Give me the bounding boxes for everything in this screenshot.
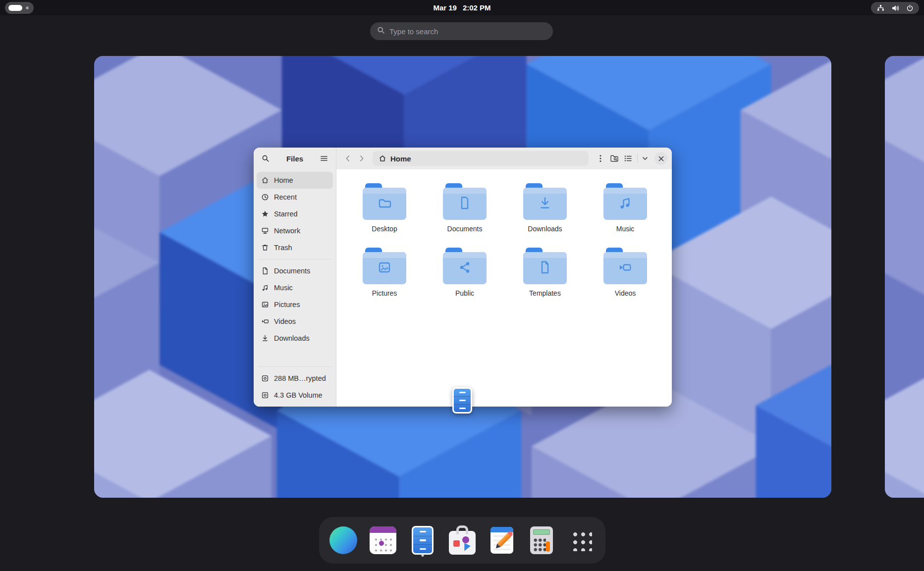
folder-item-videos[interactable]: Videos [588, 248, 662, 298]
workspace-active-pill[interactable] [8, 5, 22, 11]
trash-icon [261, 244, 269, 252]
folder-item-desktop[interactable]: Desktop [347, 183, 422, 234]
folder-label: Downloads [528, 225, 562, 233]
drive-icon [261, 391, 269, 399]
folder-label: Desktop [372, 225, 397, 233]
more-options-button[interactable] [594, 152, 607, 165]
sidebar-label: Recent [274, 193, 297, 201]
app-grid-icon[interactable] [565, 522, 598, 558]
sidebar-separator [258, 259, 332, 260]
files-icon[interactable] [406, 522, 439, 558]
view-options-chevron[interactable] [640, 152, 651, 165]
sidebar-item-documents[interactable]: Documents [257, 262, 333, 279]
clock[interactable]: Mar 19 2:02 PM [433, 0, 490, 15]
share-emblem [457, 260, 473, 274]
folder-label: Videos [615, 289, 636, 297]
window-title: Files [272, 155, 317, 163]
sidebar-item-recent[interactable]: Recent [257, 189, 333, 206]
files-app-badge[interactable] [452, 387, 472, 414]
path-location: Home [390, 155, 411, 163]
document-emblem [457, 196, 473, 210]
overview-search[interactable] [370, 22, 553, 40]
menu-icon[interactable] [317, 152, 331, 165]
sidebar-item-network[interactable]: Network [257, 222, 333, 239]
home-icon [379, 155, 386, 162]
folder-label: Pictures [372, 289, 397, 297]
list-view-icon[interactable] [621, 152, 635, 165]
sidebar-label: Trash [274, 244, 292, 252]
folder-search-icon[interactable] [607, 152, 621, 165]
forward-button[interactable] [355, 152, 369, 165]
sidebar-item-music[interactable]: Music [257, 279, 333, 296]
sidebar-item-volume[interactable]: 4.3 GB Volume [257, 387, 333, 404]
sidebar-header: Files [254, 148, 336, 169]
sidebar-label: 288 MB…rypted [274, 374, 326, 382]
main-header: Home [336, 148, 672, 169]
picture-emblem [377, 260, 392, 274]
calendar-icon[interactable] [367, 522, 399, 558]
text-editor-icon[interactable] [486, 522, 518, 558]
folder-item-music[interactable]: Music [588, 183, 662, 234]
folder-item-public[interactable]: Public [428, 248, 502, 298]
wallpaper-cubes [885, 56, 924, 498]
folder-grid: Desktop Documents [336, 169, 672, 407]
web-browser-icon[interactable] [327, 522, 360, 558]
folder-icon [523, 183, 567, 220]
workspace-thumbnail-2[interactable] [885, 56, 924, 498]
workspace-dot[interactable] [26, 6, 29, 9]
folder-label: Documents [447, 225, 483, 233]
sidebar-item-downloads[interactable]: Downloads [257, 330, 333, 347]
folder-label: Templates [529, 289, 561, 297]
folder-icon [443, 248, 487, 284]
sidebar-search-button[interactable] [259, 152, 272, 165]
folder-icon [363, 183, 406, 220]
folder-item-downloads[interactable]: Downloads [508, 183, 582, 234]
folder-emblem [377, 196, 392, 210]
folder-icon [523, 248, 567, 284]
sidebar-item-starred[interactable]: Starred [257, 206, 333, 222]
folder-item-pictures[interactable]: Pictures [347, 248, 422, 298]
folder-item-templates[interactable]: Templates [508, 248, 582, 298]
music-emblem [617, 196, 633, 210]
software-icon[interactable] [446, 522, 479, 558]
gnome-activities-overview: Mar 19 2:02 PM [0, 0, 924, 571]
path-bar[interactable]: Home [373, 151, 589, 166]
files-headerbar: Files [254, 148, 672, 169]
clock-date: Mar 19 [433, 3, 457, 12]
sidebar-item-trash[interactable]: Trash [257, 239, 333, 256]
files-sidebar: Home Recent Starred [254, 169, 336, 407]
search-input[interactable] [389, 27, 546, 36]
sidebar-label: 4.3 GB Volume [274, 391, 323, 399]
close-icon[interactable] [654, 152, 667, 165]
sidebar-label: Videos [274, 317, 296, 325]
folder-item-documents[interactable]: Documents [428, 183, 502, 234]
folder-label: Public [455, 289, 474, 297]
sidebar-label: Pictures [274, 301, 300, 309]
folder-label: Music [616, 225, 635, 233]
workspace-thumbnail-1[interactable]: Files [94, 56, 831, 498]
recent-icon [261, 193, 269, 201]
sidebar-label: Downloads [274, 334, 310, 342]
download-icon [261, 334, 269, 342]
network-icon [261, 227, 269, 235]
sidebar-item-home[interactable]: Home [257, 172, 333, 189]
sidebar-item-encrypted-volume[interactable]: 288 MB…rypted [257, 370, 333, 387]
files-window[interactable]: Files [254, 148, 672, 407]
sidebar-label: Starred [274, 210, 298, 218]
workspace-indicator[interactable] [5, 2, 34, 14]
calculator-icon[interactable] [525, 522, 558, 558]
folder-icon [603, 183, 647, 220]
video-emblem [617, 260, 633, 274]
view-switcher [621, 152, 651, 165]
template-emblem [537, 260, 553, 275]
folder-icon [603, 248, 647, 284]
sidebar-label: Music [274, 284, 293, 292]
system-tray[interactable] [871, 2, 919, 14]
back-button[interactable] [341, 152, 355, 165]
folder-icon [443, 183, 487, 220]
sidebar-item-pictures[interactable]: Pictures [257, 296, 333, 313]
sidebar-item-videos[interactable]: Videos [257, 313, 333, 330]
document-icon [261, 267, 269, 275]
drive-icon [261, 374, 269, 382]
volume-icon [891, 4, 900, 12]
